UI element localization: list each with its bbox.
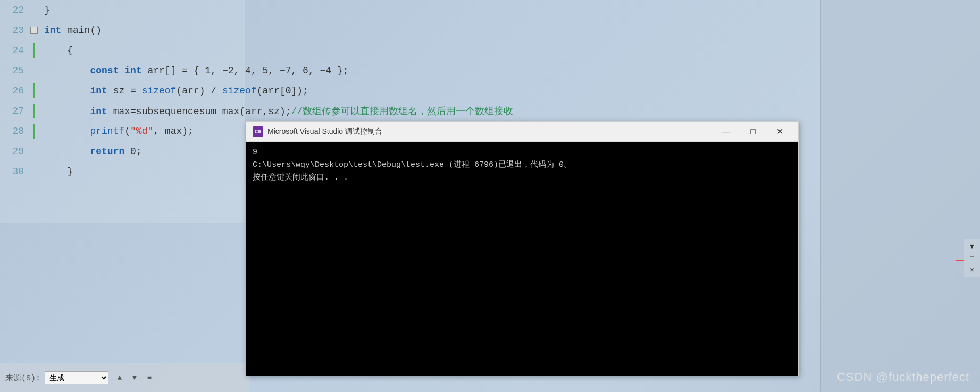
code-line-23: 23 − int main()	[0, 20, 245, 40]
source-label: 来源(S):	[5, 373, 40, 383]
console-window: C≡ Microsoft Visual Studio 调试控制台 — □ ✕ 9…	[246, 121, 799, 376]
code-line-30: 30 }	[0, 161, 245, 182]
collapse-icon-23[interactable]: −	[30, 27, 38, 34]
code-line-27: 27 int max=subsequencesum_max(arr,sz);//…	[0, 101, 245, 121]
line-indicator-23: −	[29, 27, 39, 34]
code-main: main()	[61, 25, 102, 36]
maximize-button[interactable]: □	[741, 124, 765, 140]
red-line-indicator	[956, 260, 964, 261]
code-line-28: 28 printf("%d", max);	[0, 121, 245, 141]
code-area: 22 } 23 − int main() 24 { 25	[0, 0, 245, 223]
bottom-bar: 来源(S): 生成 ▲ ▼ ≡	[0, 363, 250, 392]
line-number-29: 29	[0, 146, 29, 157]
output-line-3: 按任意键关闭此窗口. . .	[253, 172, 792, 184]
code-content-27: int max=subsequencesum_max(arr,sz);//数组传…	[39, 105, 513, 117]
code-content-25: const int arr[] = { 1, −2, 4, 5, −7, 6, …	[39, 65, 349, 76]
close-button[interactable]: ✕	[767, 124, 792, 140]
window-edge-icon[interactable]: □	[965, 253, 979, 263]
code-content-26: int sz = sizeof(arr) / sizeof(arr[0]);	[39, 86, 308, 96]
bottom-bar-icons: ▲ ▼ ≡	[114, 372, 155, 384]
code-content-28: printf("%d", max);	[39, 126, 194, 137]
console-app-icon: C≡	[253, 126, 263, 137]
code-line-24: 24 {	[0, 40, 245, 61]
code-line-25: 25 const int arr[] = { 1, −2, 4, 5, −7, …	[0, 61, 245, 81]
line-number-23: 23	[0, 25, 29, 36]
green-bar-24	[33, 43, 35, 58]
line-number-22: 22	[0, 5, 29, 15]
close-edge-icon[interactable]: ✕	[965, 265, 979, 275]
code-editor: 22 } 23 − int main() 24 { 25	[0, 0, 980, 392]
code-content-23: int main()	[39, 25, 102, 36]
line-number-30: 30	[0, 166, 29, 177]
output-line-2: C:\Users\wqy\Desktop\test\Debug\test.exe…	[253, 159, 792, 172]
arrow-up-icon[interactable]: ▲	[114, 372, 125, 384]
line-number-25: 25	[0, 65, 29, 76]
dropdown-edge-icon[interactable]: ▼	[965, 241, 979, 252]
line-number-26: 26	[0, 86, 29, 96]
arrow-down-icon[interactable]: ▼	[129, 372, 140, 384]
output-line-1: 9	[253, 146, 792, 159]
source-select[interactable]: 生成	[45, 371, 108, 384]
console-controls: — □ ✕	[714, 124, 792, 140]
line-number-28: 28	[0, 126, 29, 137]
code-line-22: 22 }	[0, 0, 245, 20]
line-number-24: 24	[0, 45, 29, 56]
line-indicator-28	[29, 124, 39, 139]
green-bar-28	[33, 124, 35, 139]
code-content-30: }	[39, 166, 73, 177]
keyword-int: int	[44, 25, 61, 36]
console-title: Microsoft Visual Studio 调试控制台	[267, 127, 714, 137]
code-content-29: return 0;	[39, 146, 142, 157]
code-line-29: 29 return 0;	[0, 141, 245, 161]
right-panel	[820, 0, 980, 392]
green-bar-26	[33, 83, 35, 98]
green-bar-27	[33, 104, 35, 118]
console-titlebar: C≡ Microsoft Visual Studio 调试控制台 — □ ✕	[246, 122, 798, 142]
code-line-26: 26 int sz = sizeof(arr) / sizeof(arr[0])…	[0, 81, 245, 101]
filter-icon[interactable]: ≡	[144, 372, 155, 384]
edge-controls: ▼ □ ✕	[964, 239, 980, 277]
code-content-22: }	[39, 5, 50, 15]
code-content-24: {	[39, 45, 73, 56]
line-number-27: 27	[0, 106, 29, 116]
watermark: CSDN @fucktheperfect	[837, 370, 969, 384]
minimize-button[interactable]: —	[714, 124, 739, 140]
console-content: 9 C:\Users\wqy\Desktop\test\Debug\test.e…	[246, 142, 798, 376]
line-indicator-24	[29, 43, 39, 58]
line-indicator-26	[29, 83, 39, 98]
line-indicator-27	[29, 104, 39, 118]
